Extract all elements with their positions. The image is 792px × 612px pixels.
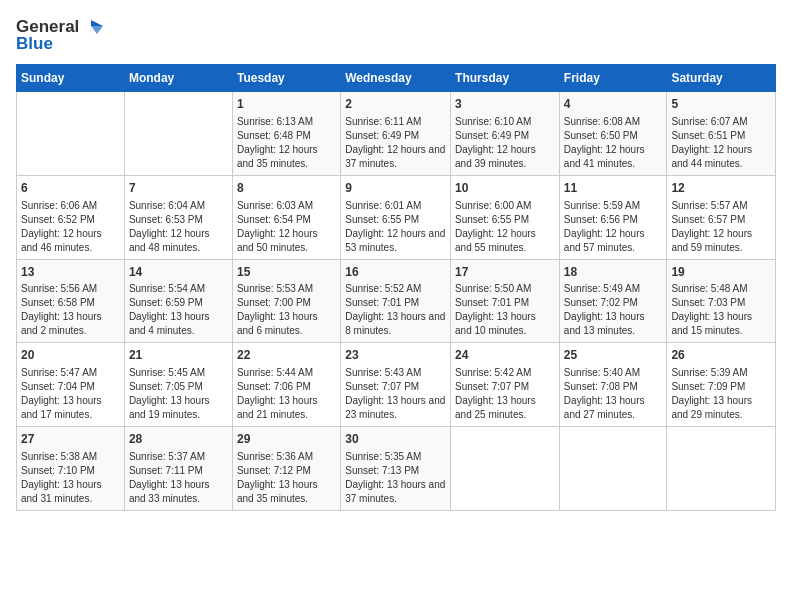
cell-week4-day1: 21Sunrise: 5:45 AMSunset: 7:05 PMDayligh… xyxy=(124,343,232,427)
sunset-text: Sunset: 6:53 PM xyxy=(129,213,228,227)
sunrise-text: Sunrise: 6:06 AM xyxy=(21,199,120,213)
cell-week5-day3: 30Sunrise: 5:35 AMSunset: 7:13 PMDayligh… xyxy=(341,427,451,511)
day-number: 26 xyxy=(671,347,771,364)
sunrise-text: Sunrise: 5:44 AM xyxy=(237,366,336,380)
sunrise-text: Sunrise: 5:45 AM xyxy=(129,366,228,380)
sunrise-text: Sunrise: 5:39 AM xyxy=(671,366,771,380)
day-number: 4 xyxy=(564,96,663,113)
sunrise-text: Sunrise: 5:56 AM xyxy=(21,282,120,296)
sunset-text: Sunset: 7:13 PM xyxy=(345,464,446,478)
cell-week2-day2: 8Sunrise: 6:03 AMSunset: 6:54 PMDaylight… xyxy=(232,175,340,259)
sunset-text: Sunset: 7:11 PM xyxy=(129,464,228,478)
daylight-text: Daylight: 13 hours and 13 minutes. xyxy=(564,310,663,338)
day-number: 11 xyxy=(564,180,663,197)
cell-week1-day6: 5Sunrise: 6:07 AMSunset: 6:51 PMDaylight… xyxy=(667,92,776,176)
sunrise-text: Sunrise: 6:11 AM xyxy=(345,115,446,129)
cell-week5-day0: 27Sunrise: 5:38 AMSunset: 7:10 PMDayligh… xyxy=(17,427,125,511)
week-row-5: 27Sunrise: 5:38 AMSunset: 7:10 PMDayligh… xyxy=(17,427,776,511)
sunset-text: Sunset: 6:54 PM xyxy=(237,213,336,227)
sunrise-text: Sunrise: 6:03 AM xyxy=(237,199,336,213)
week-row-1: 1Sunrise: 6:13 AMSunset: 6:48 PMDaylight… xyxy=(17,92,776,176)
sunset-text: Sunset: 6:51 PM xyxy=(671,129,771,143)
sunrise-text: Sunrise: 5:35 AM xyxy=(345,450,446,464)
sunrise-text: Sunrise: 6:00 AM xyxy=(455,199,555,213)
calendar-header-row: Sunday Monday Tuesday Wednesday Thursday… xyxy=(17,65,776,92)
sunset-text: Sunset: 6:58 PM xyxy=(21,296,120,310)
sunset-text: Sunset: 7:03 PM xyxy=(671,296,771,310)
week-row-2: 6Sunrise: 6:06 AMSunset: 6:52 PMDaylight… xyxy=(17,175,776,259)
sunrise-text: Sunrise: 5:54 AM xyxy=(129,282,228,296)
daylight-text: Daylight: 13 hours and 2 minutes. xyxy=(21,310,120,338)
sunset-text: Sunset: 6:48 PM xyxy=(237,129,336,143)
daylight-text: Daylight: 12 hours and 59 minutes. xyxy=(671,227,771,255)
svg-marker-1 xyxy=(91,26,103,34)
cell-week3-day1: 14Sunrise: 5:54 AMSunset: 6:59 PMDayligh… xyxy=(124,259,232,343)
sunset-text: Sunset: 6:49 PM xyxy=(455,129,555,143)
sunrise-text: Sunrise: 5:40 AM xyxy=(564,366,663,380)
sunset-text: Sunset: 7:01 PM xyxy=(345,296,446,310)
day-number: 18 xyxy=(564,264,663,281)
daylight-text: Daylight: 12 hours and 57 minutes. xyxy=(564,227,663,255)
daylight-text: Daylight: 13 hours and 4 minutes. xyxy=(129,310,228,338)
daylight-text: Daylight: 12 hours and 41 minutes. xyxy=(564,143,663,171)
cell-week5-day5 xyxy=(559,427,667,511)
cell-week3-day3: 16Sunrise: 5:52 AMSunset: 7:01 PMDayligh… xyxy=(341,259,451,343)
day-number: 8 xyxy=(237,180,336,197)
cell-week3-day2: 15Sunrise: 5:53 AMSunset: 7:00 PMDayligh… xyxy=(232,259,340,343)
week-row-4: 20Sunrise: 5:47 AMSunset: 7:04 PMDayligh… xyxy=(17,343,776,427)
cell-week2-day4: 10Sunrise: 6:00 AMSunset: 6:55 PMDayligh… xyxy=(451,175,560,259)
sunrise-text: Sunrise: 5:52 AM xyxy=(345,282,446,296)
cell-week4-day3: 23Sunrise: 5:43 AMSunset: 7:07 PMDayligh… xyxy=(341,343,451,427)
day-number: 19 xyxy=(671,264,771,281)
logo: General Blue xyxy=(16,16,103,54)
sunset-text: Sunset: 7:06 PM xyxy=(237,380,336,394)
day-number: 22 xyxy=(237,347,336,364)
day-number: 3 xyxy=(455,96,555,113)
sunset-text: Sunset: 7:01 PM xyxy=(455,296,555,310)
daylight-text: Daylight: 13 hours and 31 minutes. xyxy=(21,478,120,506)
day-number: 27 xyxy=(21,431,120,448)
day-number: 17 xyxy=(455,264,555,281)
sunset-text: Sunset: 6:49 PM xyxy=(345,129,446,143)
sunrise-text: Sunrise: 5:42 AM xyxy=(455,366,555,380)
sunset-text: Sunset: 7:08 PM xyxy=(564,380,663,394)
cell-week2-day3: 9Sunrise: 6:01 AMSunset: 6:55 PMDaylight… xyxy=(341,175,451,259)
svg-marker-0 xyxy=(91,20,103,26)
sunset-text: Sunset: 7:02 PM xyxy=(564,296,663,310)
daylight-text: Daylight: 13 hours and 10 minutes. xyxy=(455,310,555,338)
col-thursday: Thursday xyxy=(451,65,560,92)
daylight-text: Daylight: 13 hours and 17 minutes. xyxy=(21,394,120,422)
logo-bird-icon xyxy=(81,16,103,38)
sunrise-text: Sunrise: 6:10 AM xyxy=(455,115,555,129)
week-row-3: 13Sunrise: 5:56 AMSunset: 6:58 PMDayligh… xyxy=(17,259,776,343)
cell-week3-day5: 18Sunrise: 5:49 AMSunset: 7:02 PMDayligh… xyxy=(559,259,667,343)
col-sunday: Sunday xyxy=(17,65,125,92)
daylight-text: Daylight: 13 hours and 25 minutes. xyxy=(455,394,555,422)
cell-week2-day0: 6Sunrise: 6:06 AMSunset: 6:52 PMDaylight… xyxy=(17,175,125,259)
sunset-text: Sunset: 6:52 PM xyxy=(21,213,120,227)
cell-week1-day5: 4Sunrise: 6:08 AMSunset: 6:50 PMDaylight… xyxy=(559,92,667,176)
col-saturday: Saturday xyxy=(667,65,776,92)
daylight-text: Daylight: 13 hours and 27 minutes. xyxy=(564,394,663,422)
cell-week1-day4: 3Sunrise: 6:10 AMSunset: 6:49 PMDaylight… xyxy=(451,92,560,176)
daylight-text: Daylight: 12 hours and 35 minutes. xyxy=(237,143,336,171)
sunset-text: Sunset: 6:55 PM xyxy=(345,213,446,227)
daylight-text: Daylight: 13 hours and 29 minutes. xyxy=(671,394,771,422)
daylight-text: Daylight: 12 hours and 48 minutes. xyxy=(129,227,228,255)
cell-week2-day1: 7Sunrise: 6:04 AMSunset: 6:53 PMDaylight… xyxy=(124,175,232,259)
sunset-text: Sunset: 6:59 PM xyxy=(129,296,228,310)
day-number: 23 xyxy=(345,347,446,364)
sunrise-text: Sunrise: 6:01 AM xyxy=(345,199,446,213)
col-monday: Monday xyxy=(124,65,232,92)
sunset-text: Sunset: 7:00 PM xyxy=(237,296,336,310)
sunrise-text: Sunrise: 5:48 AM xyxy=(671,282,771,296)
sunrise-text: Sunrise: 5:47 AM xyxy=(21,366,120,380)
day-number: 13 xyxy=(21,264,120,281)
day-number: 9 xyxy=(345,180,446,197)
daylight-text: Daylight: 13 hours and 6 minutes. xyxy=(237,310,336,338)
sunrise-text: Sunrise: 6:07 AM xyxy=(671,115,771,129)
cell-week1-day1 xyxy=(124,92,232,176)
daylight-text: Daylight: 13 hours and 21 minutes. xyxy=(237,394,336,422)
cell-week3-day4: 17Sunrise: 5:50 AMSunset: 7:01 PMDayligh… xyxy=(451,259,560,343)
day-number: 25 xyxy=(564,347,663,364)
